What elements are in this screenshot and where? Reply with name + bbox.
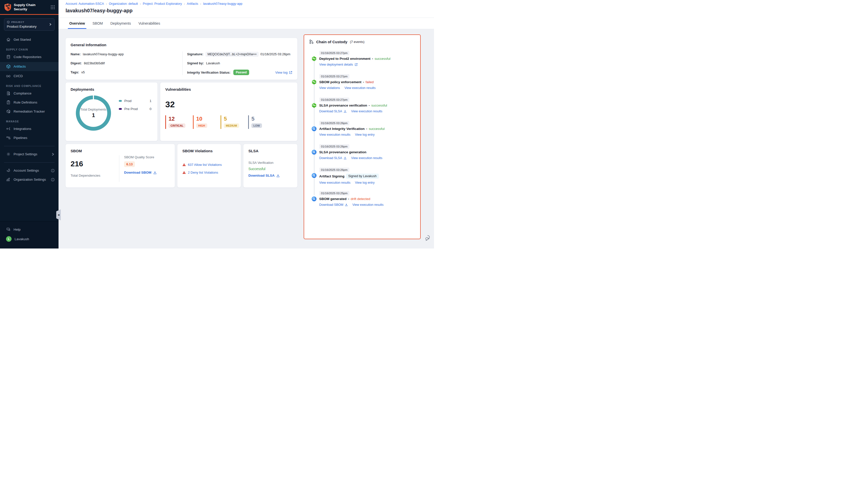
link-label: View execution results xyxy=(351,156,382,160)
external-link-icon xyxy=(355,63,358,66)
download-sbom-link[interactable]: Download SBOM xyxy=(124,171,157,174)
event-title: Artifact Signing xyxy=(319,174,345,178)
view-log-entry-link[interactable]: View log entry xyxy=(355,181,375,184)
severity-count: 12 xyxy=(169,116,187,122)
sidebar-item-get-started[interactable]: Get Started xyxy=(0,35,59,44)
vulnerabilities-card: Vulnerabilities 32 12 CRITICAL 10 HIGH 5… xyxy=(160,82,298,141)
breadcrumb-current[interactable]: lavakush07/easy-buggy-app xyxy=(203,2,242,5)
tab-deployments[interactable]: Deployments xyxy=(111,18,131,29)
artifact-cube-icon xyxy=(6,64,11,69)
sidebar-item-label: Pipelines xyxy=(14,136,27,140)
svg-text:?: ? xyxy=(7,228,8,230)
sidebar: Supply Chain Security PROJECT Product Ex… xyxy=(0,0,59,248)
view-deployment-details-link[interactable]: View deployment details xyxy=(319,63,358,66)
download-icon xyxy=(153,171,157,174)
event-title: SBOM policy enforcement xyxy=(319,80,361,84)
link-label: Download SLSA xyxy=(319,110,342,113)
layers-gear-icon xyxy=(6,168,11,173)
app-title: Supply Chain Security xyxy=(14,3,37,12)
user-name: Lavakush xyxy=(15,237,29,241)
sbom-quality-label: SBOM Quality Score xyxy=(124,155,157,159)
dash: - xyxy=(369,103,370,107)
sidebar-item-project-settings[interactable]: Project Settings xyxy=(0,150,59,159)
custody-event: 01/16/2025 03:27pm SLSA provenance verif… xyxy=(312,97,416,115)
breadcrumb-account[interactable]: Account: Automation-SSCA xyxy=(66,2,104,5)
legend-label: Prod xyxy=(124,99,132,103)
sidebar-item-account-settings[interactable]: Account Settings xyxy=(0,166,59,175)
view-execution-results-link[interactable]: View execution results xyxy=(352,203,384,207)
breadcrumb-organization[interactable]: Organization: default xyxy=(109,2,138,5)
breadcrumb-artifacts[interactable]: Artifacts xyxy=(187,2,198,5)
severity-badge: CRITICAL xyxy=(169,123,185,128)
event-status: drift detected xyxy=(351,197,370,201)
digest-value: 8d23bd3b5d8f xyxy=(84,61,105,65)
page-header: Account: Automation-SSCA › Organization:… xyxy=(59,0,434,18)
dash: - xyxy=(366,127,367,131)
breadcrumb-project[interactable]: Project: Product Exploratory xyxy=(143,2,182,5)
tab-overview[interactable]: Overview xyxy=(69,18,85,29)
scan-badge-icon xyxy=(312,173,317,178)
custody-event: 01/16/2025 03:26pm SLSA provenance gener… xyxy=(312,144,416,162)
download-sbom-link[interactable]: Download SBOM xyxy=(319,203,348,207)
sbom-quality-score: 6.13 xyxy=(124,161,135,167)
sidebar-item-organization-settings[interactable]: Organization Settings xyxy=(0,175,59,184)
view-execution-results-link[interactable]: View execution results xyxy=(351,156,382,160)
signed-by-value: Lavakush xyxy=(206,61,220,65)
warning-icon xyxy=(182,171,186,174)
vertical-divider xyxy=(182,52,183,75)
slsa-verification-label: SLSA Verification xyxy=(248,161,292,165)
dash: - xyxy=(363,80,364,84)
sidebar-item-remediation-tracker[interactable]: Remediation Tracker xyxy=(0,107,59,116)
sidebar-item-label: Integrations xyxy=(14,127,31,131)
digest-label: Digest: xyxy=(71,61,82,65)
view-execution-results-link[interactable]: View execution results xyxy=(319,181,350,184)
allow-list-violations-link[interactable]: 637 Allow list Violations xyxy=(182,163,236,167)
org-chart-gear-icon xyxy=(6,178,11,182)
download-slsa-link[interactable]: Download SLSA xyxy=(319,156,347,160)
avatar: L xyxy=(6,236,12,242)
sidebar-item-cicd[interactable]: CI/CD xyxy=(0,72,59,81)
collapse-arrow-icon: ◀ xyxy=(58,214,59,216)
sidebar-item-code-repositories[interactable]: Code Repositories xyxy=(0,53,59,61)
info-icon xyxy=(51,169,55,172)
breadcrumb-separator: › xyxy=(200,2,201,5)
support-chat-icon[interactable] xyxy=(425,235,432,241)
tab-vulnerabilities[interactable]: Vulnerabilities xyxy=(139,18,160,29)
sidebar-section-supply-chain: SUPPLY CHAIN xyxy=(0,44,59,53)
project-selector[interactable]: PROJECT Product Exploratory xyxy=(4,18,55,31)
signature-value[interactable]: MEQCICde2VjIT...bL+2+mqnOXw== xyxy=(205,52,258,57)
event-timestamp: 01/16/2025 03:27pm xyxy=(319,98,349,102)
deployments-card: Deployments Total Deployments 1 Prod 1 xyxy=(65,82,158,141)
page-title: lavakush07/easy-buggy-app xyxy=(66,8,434,14)
sidebar-item-help[interactable]: ? Help xyxy=(0,225,59,234)
view-execution-results-link[interactable]: View execution results xyxy=(344,86,375,90)
sidebar-item-rule-definitions[interactable]: Rule Definitions xyxy=(0,98,59,107)
view-log-link[interactable]: View log xyxy=(275,71,292,74)
custody-event: 01/16/2025 03:27pm SBOM policy enforceme… xyxy=(312,74,416,92)
sidebar-item-integrations[interactable]: Integrations xyxy=(0,124,59,133)
policy-link-badge-icon xyxy=(312,80,317,85)
download-slsa-link[interactable]: Download SLSA xyxy=(248,174,292,178)
tab-sbom[interactable]: SBOM xyxy=(92,18,103,29)
sidebar-item-label: Account Settings xyxy=(14,169,39,172)
signed-by-badge: Signed by Lavakush xyxy=(346,174,379,179)
tags-value: v5 xyxy=(82,70,85,74)
download-sbom-label: Download SBOM xyxy=(124,171,151,174)
deny-list-violations-link[interactable]: 2 Deny list Violations xyxy=(182,171,236,174)
donut-center-label: Total Deployments xyxy=(81,108,106,112)
tab-bar: Overview SBOM Deployments Vulnerabilitie… xyxy=(59,18,434,29)
deploy-link-badge-icon xyxy=(312,56,317,61)
sidebar-item-artifacts[interactable]: Artifacts xyxy=(0,62,59,71)
download-slsa-link[interactable]: Download SLSA xyxy=(319,110,347,113)
view-execution-results-link[interactable]: View execution results xyxy=(319,133,350,137)
scan-badge-icon xyxy=(312,196,317,201)
sidebar-item-compliance[interactable]: Compliance xyxy=(0,89,59,98)
sidebar-item-pipelines[interactable]: Pipelines xyxy=(0,133,59,142)
chevron-right-icon xyxy=(49,23,52,26)
view-execution-results-link[interactable]: View execution results xyxy=(351,110,382,113)
app-grid-icon[interactable] xyxy=(50,5,55,10)
user-menu[interactable]: L Lavakush xyxy=(0,234,59,244)
vertical-divider xyxy=(119,155,119,182)
view-violations-link[interactable]: View violations xyxy=(319,86,340,90)
view-log-entry-link[interactable]: View log entry xyxy=(355,133,375,137)
